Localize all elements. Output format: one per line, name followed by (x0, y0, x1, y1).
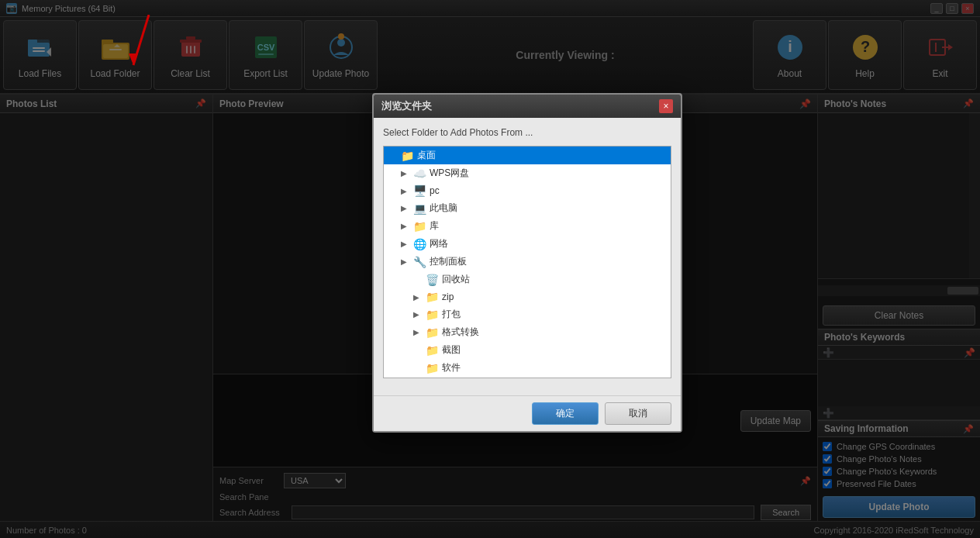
tree-item[interactable]: 🗑️回收站 (384, 271, 671, 288)
folder-icon: 📁 (426, 326, 439, 339)
folder-icon: 📁 (426, 344, 439, 357)
tree-item-label: 控制面板 (430, 255, 467, 268)
tree-arrow: ▶ (401, 222, 410, 230)
tree-item[interactable]: ▶☁️WPS网盘 (384, 164, 671, 182)
tree-item-label: 打包 (442, 308, 461, 321)
tree-item[interactable]: ▶🖥️pc (384, 182, 671, 199)
tree-arrow: ▶ (401, 169, 410, 178)
modal-subtitle: Select Folder to Add Photos From ... (383, 127, 671, 138)
tree-item[interactable]: 📁图标 (384, 377, 671, 378)
folder-icon: 📁 (426, 291, 439, 303)
folder-icon: 📁 (401, 150, 414, 162)
tree-item-label: 库 (430, 219, 439, 233)
tree-item[interactable]: ▶🔧控制面板 (384, 253, 671, 271)
folder-icon: ☁️ (413, 167, 426, 180)
tree-item-label: 软件 (442, 361, 461, 374)
modal-overlay: 浏览文件夹 × Select Folder to Add Photos From… (0, 0, 980, 538)
tree-item-label: 桌面 (417, 149, 436, 162)
tree-item[interactable]: 📁软件 (384, 359, 671, 377)
modal-close-button[interactable]: × (659, 99, 673, 113)
tree-arrow: ▶ (413, 293, 423, 302)
folder-icon: 🖥️ (413, 185, 426, 197)
folder-icon: 📁 (426, 362, 439, 374)
folder-tree[interactable]: 📁桌面▶☁️WPS网盘▶🖥️pc▶💻此电脑▶📁库▶🌐网络▶🔧控制面板🗑️回收站▶… (383, 146, 671, 378)
tree-item-label: 回收站 (442, 273, 470, 286)
folder-icon: 📁 (413, 220, 426, 233)
folder-icon: 💻 (413, 202, 426, 215)
tree-arrow: ▶ (401, 257, 410, 266)
tree-item[interactable]: ▶💻此电脑 (384, 199, 671, 217)
tree-item-label: 截图 (442, 343, 461, 357)
folder-icon: 🌐 (413, 238, 426, 250)
tree-item[interactable]: ▶📁格式转换 (384, 323, 671, 341)
tree-item-label: 此电脑 (430, 202, 457, 215)
tree-item-label: zip (442, 291, 454, 302)
tree-item-label: WPS网盘 (430, 167, 469, 180)
modal-title: 浏览文件夹 (381, 99, 432, 113)
tree-item[interactable]: 📁桌面 (384, 147, 671, 164)
modal-body: Select Folder to Add Photos From ... 📁桌面… (374, 118, 681, 395)
tree-arrow: ▶ (401, 187, 410, 195)
tree-arrow: ▶ (413, 328, 423, 336)
folder-icon: 🗑️ (426, 274, 439, 286)
modal-titlebar: 浏览文件夹 × (374, 95, 681, 118)
modal-footer: 确定 取消 (374, 395, 681, 431)
tree-item-label: pc (430, 185, 440, 196)
tree-item[interactable]: ▶📁zip (384, 288, 671, 305)
tree-item[interactable]: ▶📁库 (384, 217, 671, 235)
folder-icon: 📁 (426, 309, 439, 321)
tree-item-label: 格式转换 (442, 326, 479, 339)
modal-confirm-button[interactable]: 确定 (532, 402, 599, 425)
tree-item[interactable]: ▶🌐网络 (384, 235, 671, 253)
tree-arrow: ▶ (413, 310, 423, 319)
tree-arrow: ▶ (401, 240, 410, 248)
folder-icon: 🔧 (413, 256, 426, 268)
browse-folder-modal: 浏览文件夹 × Select Folder to Add Photos From… (372, 93, 682, 433)
tree-item[interactable]: ▶📁打包 (384, 305, 671, 323)
modal-cancel-button[interactable]: 取消 (605, 402, 671, 425)
tree-item[interactable]: 📁截图 (384, 341, 671, 359)
tree-arrow: ▶ (401, 204, 410, 212)
tree-item-label: 网络 (430, 237, 448, 250)
folder-tree-container: 📁桌面▶☁️WPS网盘▶🖥️pc▶💻此电脑▶📁库▶🌐网络▶🔧控制面板🗑️回收站▶… (383, 146, 671, 378)
